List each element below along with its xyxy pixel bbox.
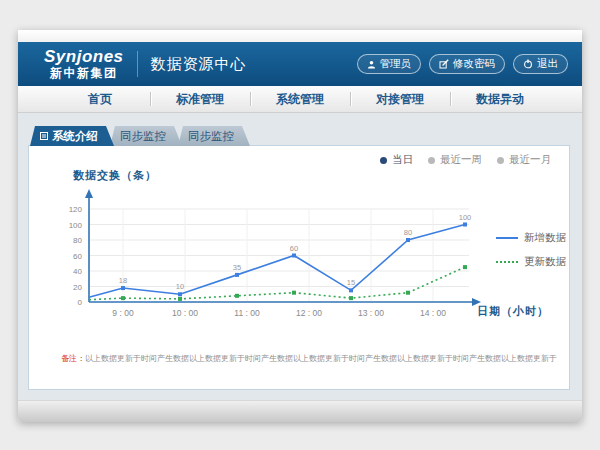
svg-text:100: 100 [69,221,83,230]
tab-label: 同步监控 [188,126,234,146]
tab-label: 系统介绍 [52,126,98,146]
brand-logo: Synjones 新中新集团 [44,48,124,80]
tab-3[interactable]: 同步监控 [178,126,250,146]
x-axis-title: 日期（小时） [477,304,549,319]
nav-item-2[interactable]: 标准管理 [150,86,250,112]
legend-line-sample [496,261,518,263]
svg-text:18: 18 [119,276,127,285]
header-action-label: 退出 [537,57,558,71]
svg-text:11 : 00: 11 : 00 [234,308,260,318]
header-action-edit-button[interactable]: 修改密码 [429,54,505,74]
doc-icon [40,126,48,146]
main-nav: 首页标准管理系统管理对接管理数据异动 [18,86,582,113]
legend-item-2[interactable]: 更新数据 [496,255,566,269]
filter-label: 当日 [392,153,413,167]
time-filter-group: 当日最近一周最近一月 [380,153,551,167]
svg-text:20: 20 [73,283,82,292]
svg-text:13 : 00: 13 : 00 [358,308,384,318]
y-axis-title: 数据交换（条） [73,168,157,183]
svg-text:80: 80 [73,236,82,245]
chart-gridlines [89,209,469,301]
footnote-text: 以上数据更新于时间产生数据以上数据更新于时间产生数据以上数据更新于时间产生数据以… [85,354,557,363]
brand-logo-subtext: 新中新集团 [44,67,124,80]
svg-text:100: 100 [459,213,472,222]
chart-axes [85,189,481,306]
chart-tick-labels: 0204060801001209 : 0010 : 0011 : 0012 : … [69,205,447,318]
header-divider [137,51,138,77]
svg-text:10 : 00: 10 : 00 [172,308,198,318]
legend-label: 新增数据 [524,231,566,245]
tab-1[interactable]: 系统介绍 [30,126,114,146]
legend-label: 更新数据 [524,255,566,269]
app-title: 数据资源中心 [151,55,247,74]
svg-text:80: 80 [404,228,412,237]
nav-item-4[interactable]: 对接管理 [350,86,450,112]
app-window: Synjones 新中新集团 数据资源中心 管理员修改密码退出 首页标准管理系统… [18,30,582,422]
svg-text:14 : 00: 14 : 00 [420,308,446,318]
radio-dot-icon [428,157,435,164]
tab-2[interactable]: 同步监控 [110,126,182,146]
window-top-strip [18,30,582,42]
radio-dot-icon [380,157,387,164]
svg-text:35: 35 [233,263,241,272]
nav-item-3[interactable]: 系统管理 [250,86,350,112]
window-footer [18,400,582,422]
series-legend: 新增数据更新数据 [496,231,566,269]
radio-dot-icon [497,157,504,164]
svg-text:15: 15 [347,278,355,287]
filter-2[interactable]: 最近一周 [428,153,482,167]
tab-label: 同步监控 [120,126,166,146]
header-action-power-button[interactable]: 退出 [513,54,568,74]
header-action-user-button[interactable]: 管理员 [357,54,422,74]
filter-3[interactable]: 最近一月 [497,153,551,167]
svg-text:10: 10 [176,282,184,291]
series-2 [89,265,467,301]
footnote-label: 备注： [61,354,85,363]
legend-item-1[interactable]: 新增数据 [496,231,566,245]
content-area: 系统介绍同步监控同步监控 0204060801001209 : 0010 : 0… [18,113,582,400]
filter-1[interactable]: 当日 [380,153,413,167]
edit-icon [439,59,449,69]
brand-logo-text: Synjones [44,48,124,67]
svg-text:12 : 00: 12 : 00 [296,308,322,318]
user-icon [367,60,376,69]
svg-text:120: 120 [69,205,83,214]
chart-panel: 0204060801001209 : 0010 : 0011 : 0012 : … [28,145,570,390]
filter-label: 最近一周 [440,153,482,167]
footnote: 备注：以上数据更新于时间产生数据以上数据更新于时间产生数据以上数据更新于时间产生… [61,353,557,364]
header-action-label: 管理员 [380,57,412,71]
tab-bar: 系统介绍同步监控同步监控 [30,126,246,146]
header-action-label: 修改密码 [453,57,495,71]
svg-text:0: 0 [78,298,83,307]
svg-text:60: 60 [73,252,82,261]
svg-text:60: 60 [290,244,298,253]
header-action-group: 管理员修改密码退出 [357,54,569,74]
legend-line-sample [496,237,518,239]
app-header: Synjones 新中新集团 数据资源中心 管理员修改密码退出 [18,42,582,86]
series-1: 181035601580100 [89,213,471,298]
power-icon [523,59,533,69]
nav-item-1[interactable]: 首页 [50,86,150,112]
nav-item-5[interactable]: 数据异动 [450,86,550,112]
svg-text:40: 40 [73,267,82,276]
filter-label: 最近一月 [509,153,551,167]
svg-text:9 : 00: 9 : 00 [112,308,134,318]
